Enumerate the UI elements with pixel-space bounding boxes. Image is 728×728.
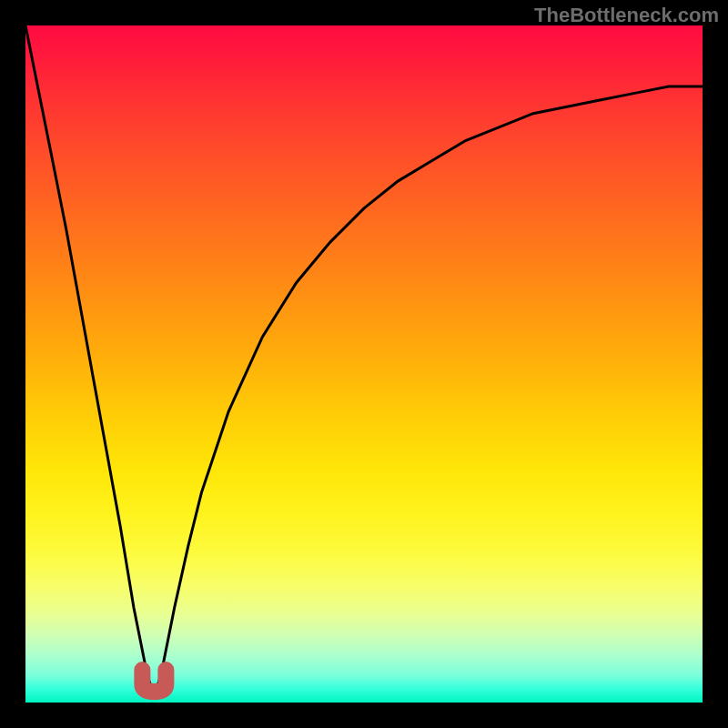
attribution-text: TheBottleneck.com	[534, 4, 719, 27]
chart-frame: TheBottleneck.com	[0, 0, 728, 728]
curve-layer	[25, 25, 703, 703]
optimal-marker-icon	[142, 670, 166, 692]
plot-area	[25, 25, 703, 703]
bottleneck-curve	[25, 25, 703, 696]
